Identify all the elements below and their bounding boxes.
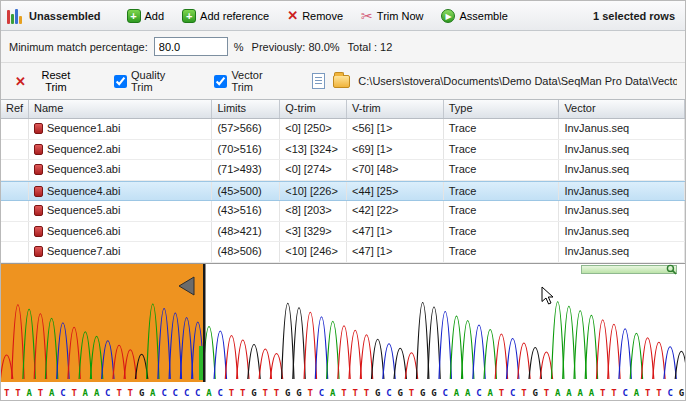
- cell-vtrim[interactable]: <56] [1>: [347, 119, 444, 139]
- column-header-limits[interactable]: Limits: [212, 100, 280, 118]
- cell-limits[interactable]: (48>421): [212, 222, 280, 242]
- svg-text:T: T: [521, 388, 527, 398]
- reset-trim-x-icon: ✕: [15, 74, 26, 89]
- cell-type[interactable]: Trace: [444, 201, 560, 221]
- chromatogram-svg[interactable]: TTATACTAACTTGACCCCACTTGTTGGTCATTTGCGTGGC…: [1, 264, 685, 400]
- cell-name[interactable]: Sequence6.abi: [29, 222, 212, 242]
- cell-qtrim[interactable]: <8] [203>: [280, 201, 347, 221]
- column-header-qtrim[interactable]: Q-trim: [280, 100, 347, 118]
- table-row[interactable]: Sequence7.abi(48>506)<10] [246><47] [1>T…: [1, 242, 685, 263]
- column-header-type[interactable]: Type: [444, 100, 560, 118]
- column-header-ref[interactable]: Ref: [1, 100, 29, 118]
- cell-name[interactable]: Sequence1.abi: [29, 119, 212, 139]
- reset-trim-button[interactable]: ✕ Reset Trim: [9, 66, 88, 96]
- cell-ref[interactable]: [1, 242, 29, 262]
- cell-name[interactable]: Sequence4.abi: [29, 182, 212, 201]
- main-toolbar: Unassembled + Add + Add reference ✕ Remo…: [1, 1, 685, 31]
- column-header-vtrim[interactable]: V-trim: [347, 100, 444, 118]
- svg-text:T: T: [38, 388, 44, 398]
- vector-trim-checkbox[interactable]: Vector Trim: [214, 69, 285, 93]
- assemble-button[interactable]: ▶ Assemble: [435, 6, 513, 26]
- cell-type[interactable]: Trace: [444, 160, 560, 180]
- svg-text:C: C: [622, 388, 627, 398]
- svg-text:G: G: [375, 388, 380, 398]
- svg-text:G: G: [397, 388, 402, 398]
- cell-type[interactable]: Trace: [444, 119, 560, 139]
- cell-limits[interactable]: (43>516): [212, 201, 280, 221]
- table-row[interactable]: Sequence3.abi(71>493)<0] [274><70] [48>T…: [1, 160, 685, 181]
- cell-limits[interactable]: (45>500): [212, 182, 280, 201]
- table-row[interactable]: Sequence4.abi(45>500)<10] [226><44] [25>…: [1, 181, 685, 202]
- cell-name[interactable]: Sequence2.abi: [29, 140, 212, 160]
- cell-vector[interactable]: InvJanus.seq: [559, 182, 685, 201]
- cell-limits[interactable]: (57>566): [212, 119, 280, 139]
- cell-qtrim[interactable]: <3] [329>: [280, 222, 347, 242]
- cell-qtrim[interactable]: <13] [324>: [280, 140, 347, 160]
- cell-type[interactable]: Trace: [444, 242, 560, 262]
- svg-text:G: G: [431, 388, 436, 398]
- cell-ref[interactable]: [1, 201, 29, 221]
- cell-vector[interactable]: InvJanus.seq: [559, 160, 685, 180]
- cell-vtrim[interactable]: <47] [1>: [347, 242, 444, 262]
- column-header-vector[interactable]: Vector: [559, 100, 685, 118]
- svg-text:A: A: [150, 388, 156, 398]
- add-button[interactable]: + Add: [121, 6, 171, 26]
- svg-text:C: C: [173, 388, 178, 398]
- cell-vtrim[interactable]: <44] [25>: [347, 182, 444, 201]
- cell-type[interactable]: Trace: [444, 222, 560, 242]
- open-folder-icon[interactable]: [333, 75, 351, 88]
- cell-limits[interactable]: (70>516): [212, 140, 280, 160]
- trim-now-button[interactable]: ✂ Trim Now: [355, 5, 429, 27]
- cell-ref[interactable]: [1, 119, 29, 139]
- svg-text:T: T: [341, 388, 347, 398]
- cell-qtrim[interactable]: <0] [274>: [280, 160, 347, 180]
- add-reference-plus-icon: +: [182, 9, 196, 23]
- svg-text:T: T: [4, 388, 10, 398]
- table-row[interactable]: Sequence2.abi(70>516)<13] [324><69] [1>T…: [1, 140, 685, 161]
- document-icon[interactable]: [312, 73, 325, 89]
- cell-vector[interactable]: InvJanus.seq: [559, 201, 685, 221]
- cell-vector[interactable]: InvJanus.seq: [559, 140, 685, 160]
- trace-file-icon: [34, 164, 43, 175]
- cell-limits[interactable]: (48>506): [212, 242, 280, 262]
- cell-ref[interactable]: [1, 182, 29, 201]
- cell-type[interactable]: Trace: [444, 182, 560, 201]
- table-row[interactable]: Sequence6.abi(48>421)<3] [329><47] [1>Tr…: [1, 222, 685, 243]
- cell-name[interactable]: Sequence5.abi: [29, 201, 212, 221]
- trace-file-icon: [34, 186, 43, 197]
- cell-vector[interactable]: InvJanus.seq: [559, 242, 685, 262]
- trim-boundary-handle[interactable]: [203, 264, 206, 382]
- chromatogram-panel[interactable]: TTATACTAACTTGACCCCACTTGTTGGTCATTTGCGTGGC…: [1, 263, 685, 400]
- trace-file-icon: [34, 246, 43, 257]
- cell-vtrim[interactable]: <70] [48>: [347, 160, 444, 180]
- table-row[interactable]: Sequence1.abi(57>566)<0] [250><56] [1>Tr…: [1, 119, 685, 140]
- column-header-name[interactable]: Name: [29, 100, 212, 118]
- cell-type[interactable]: Trace: [444, 140, 560, 160]
- cell-vtrim[interactable]: <47] [1>: [347, 222, 444, 242]
- cell-vector[interactable]: InvJanus.seq: [559, 222, 685, 242]
- remove-button[interactable]: ✕ Remove: [281, 5, 349, 26]
- quality-trim-checkbox-input[interactable]: [114, 75, 127, 88]
- vector-trim-checkbox-input[interactable]: [214, 75, 227, 88]
- cell-ref[interactable]: [1, 140, 29, 160]
- svg-text:A: A: [26, 388, 32, 398]
- svg-text:C: C: [161, 388, 166, 398]
- cell-qtrim[interactable]: <10] [246>: [280, 242, 347, 262]
- cell-vector[interactable]: InvJanus.seq: [559, 119, 685, 139]
- match-percentage-input[interactable]: [154, 37, 228, 56]
- quality-trim-checkbox[interactable]: Quality Trim: [114, 69, 188, 93]
- cell-vtrim[interactable]: <69] [1>: [347, 140, 444, 160]
- svg-text:C: C: [105, 388, 110, 398]
- zoom-slider[interactable]: [581, 265, 677, 274]
- cell-vtrim[interactable]: <42] [22>: [347, 201, 444, 221]
- cell-qtrim[interactable]: <0] [250>: [280, 119, 347, 139]
- cell-name[interactable]: Sequence3.abi: [29, 160, 212, 180]
- cell-ref[interactable]: [1, 160, 29, 180]
- add-plus-icon: +: [127, 9, 141, 23]
- table-row[interactable]: Sequence5.abi(43>516)<8] [203><42] [22>T…: [1, 201, 685, 222]
- cell-limits[interactable]: (71>493): [212, 160, 280, 180]
- add-reference-button[interactable]: + Add reference: [176, 6, 275, 26]
- cell-ref[interactable]: [1, 222, 29, 242]
- cell-name[interactable]: Sequence7.abi: [29, 242, 212, 262]
- cell-qtrim[interactable]: <10] [226>: [280, 182, 347, 201]
